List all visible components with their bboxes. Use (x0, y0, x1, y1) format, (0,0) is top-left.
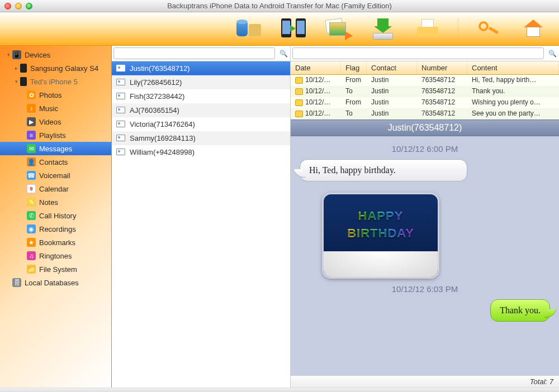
cell-date: 10/12/… (305, 76, 330, 84)
video-icon: ▶ (27, 117, 36, 126)
contact-label: Sammy(169284113) (130, 134, 196, 142)
device-label: Ted's iPhone 5 (30, 78, 78, 86)
contact-row[interactable]: Justin(763548712) (112, 61, 290, 75)
image-bubble[interactable]: HAPPY BIRTHDAY (322, 193, 439, 279)
contact-label: Fish(327238442) (130, 92, 184, 101)
bottom-strip (0, 388, 559, 392)
messages-search-button[interactable]: 🔍 (546, 46, 559, 61)
sidebar-voicemail[interactable]: ☎Voicemail (0, 169, 111, 182)
col-contact[interactable]: Contact (367, 61, 417, 74)
cell-flag: From (341, 97, 367, 108)
cell-number: 763548712 (417, 108, 467, 119)
col-date[interactable]: Date (291, 61, 341, 74)
download-icon (372, 18, 394, 40)
contact-row[interactable]: Fish(327238442) (112, 89, 290, 103)
bubble-text: Hi, Ted, happy birthday. (309, 165, 396, 175)
cell-date: 10/12/… (305, 109, 330, 117)
playlist-icon: ≡ (27, 131, 36, 140)
sidebar-contacts[interactable]: 👤Contacts (0, 155, 111, 169)
incoming-bubble[interactable]: Hi, Ted, happy birthday. (300, 159, 467, 181)
sidebar-playlists[interactable]: ≡Playlists (0, 128, 111, 142)
sidebar-devices-root[interactable]: ▾ 📱 Devices (0, 48, 111, 61)
sidebar-local-databases[interactable]: 🗄 Local Databases (0, 276, 111, 289)
contact-card-icon (116, 93, 125, 99)
sidebar-device-galaxy[interactable]: ▸ Sangsung Galaxy S4 (0, 61, 111, 75)
contact-row[interactable]: William(+94248998) (112, 145, 290, 159)
sidebar-label: Local Databases (25, 279, 79, 287)
contact-row[interactable]: Lily(726845612) (112, 75, 290, 89)
cell-number: 763548712 (417, 75, 467, 86)
sidebar-ringtones[interactable]: ♫Ringtones (0, 249, 111, 262)
sidebar-messages[interactable]: ✉Messages (0, 142, 111, 155)
zoom-icon[interactable] (26, 3, 32, 9)
contacts-search-input[interactable] (113, 47, 275, 59)
sidebar-music[interactable]: ♪Music (0, 102, 111, 115)
sidebar-videos[interactable]: ▶Videos (0, 115, 111, 128)
toolbar-separator (458, 18, 458, 40)
sidebar-label: Playlists (39, 131, 66, 140)
chevron-down-icon: ▾ (6, 52, 11, 58)
contact-row[interactable]: Victoria(713476264) (112, 117, 290, 131)
contact-row[interactable]: Sammy(169284113) (112, 131, 290, 145)
toolbar (0, 12, 559, 46)
backup-button[interactable] (234, 17, 263, 41)
sidebar-device-iphone[interactable]: ▾ Ted's iPhone 5 (0, 75, 111, 88)
sidebar-label: Videos (39, 118, 61, 126)
col-content[interactable]: Content (467, 61, 559, 74)
grid-row[interactable]: 10/12/… From Justin 763548712 Wishing yo… (291, 97, 559, 108)
conversation-view[interactable]: 10/12/12 6:00 PM Hi, Ted, happy birthday… (291, 136, 559, 375)
sidebar-label: Ringtones (39, 252, 72, 260)
print-button[interactable] (413, 17, 442, 41)
music-icon: ♪ (27, 104, 36, 113)
sidebar-calendar[interactable]: 9Calendar (0, 182, 111, 195)
download-button[interactable] (368, 17, 397, 41)
contacts-search-button[interactable]: 🔍 (277, 46, 290, 61)
contact-card-icon (116, 135, 125, 141)
sidebar-call-history[interactable]: ✆Call History (0, 209, 111, 222)
window-title: Backuptrans iPhone Data to Android Trans… (0, 2, 559, 10)
device-label: Sangsung Galaxy S4 (30, 64, 98, 73)
contact-label: Victoria(713476264) (130, 120, 195, 128)
cell-content: Hi, Ted, happy birth… (467, 75, 559, 86)
traffic-lights (4, 3, 32, 9)
grid-row[interactable]: 10/12/… To Justin 763548712 Thank you. (291, 86, 559, 97)
contact-row[interactable]: AJ(760365154) (112, 103, 290, 117)
total-label: Total: 7 (530, 377, 553, 386)
col-flag[interactable]: Flag (341, 61, 367, 74)
titlebar: Backuptrans iPhone Data to Android Trans… (0, 0, 559, 12)
messages-search-input[interactable] (292, 47, 544, 59)
sidebar-bookmarks[interactable]: ★Bookmarks (0, 236, 111, 249)
sidebar-label: Music (39, 104, 58, 113)
sidebar-file-system[interactable]: 📁File System (0, 262, 111, 276)
grid-row[interactable]: 10/12/… From Justin 763548712 Hi, Ted, h… (291, 75, 559, 86)
search-icon: 🔍 (280, 50, 288, 58)
col-number[interactable]: Number (417, 61, 467, 74)
messages-searchbar: 🔍 (291, 46, 559, 61)
register-button[interactable] (474, 17, 503, 41)
contacts-panel: 🔍 Justin(763548712) Lily(726845612) Fish… (112, 46, 291, 388)
conversation-title: Justin(763548712) (388, 123, 462, 133)
sidebar: ▾ 📱 Devices ▸ Sangsung Galaxy S4 ▾ Ted's… (0, 46, 112, 388)
sidebar-recordings[interactable]: ◉Recordings (0, 222, 111, 236)
photos-arrow-icon (326, 19, 350, 39)
cell-contact: Justin (367, 86, 417, 97)
media-button[interactable] (324, 17, 353, 41)
cell-content: See you on the party… (467, 108, 559, 119)
sidebar-label: Voicemail (39, 171, 70, 180)
transfer-button[interactable] (279, 17, 308, 41)
cell-flag: From (341, 75, 367, 86)
sidebar-photos[interactable]: ✿Photos (0, 88, 111, 102)
photos-icon: ✿ (27, 90, 36, 99)
messages-grid: Date Flag Contact Number Content 10/12/…… (291, 61, 559, 119)
cell-flag: To (341, 86, 367, 97)
outgoing-bubble[interactable]: Thank you. (490, 299, 550, 322)
sidebar-notes[interactable]: ✎Notes (0, 195, 111, 209)
database-icon (236, 18, 261, 40)
grid-row[interactable]: 10/12/… To Justin 763548712 See you on t… (291, 108, 559, 119)
close-icon[interactable] (4, 3, 11, 9)
contacts-searchbar: 🔍 (112, 46, 290, 61)
minimize-icon[interactable] (15, 3, 22, 9)
cake-icon (324, 251, 438, 277)
contacts-list[interactable]: Justin(763548712) Lily(726845612) Fish(3… (112, 61, 290, 388)
home-button[interactable] (519, 17, 548, 41)
